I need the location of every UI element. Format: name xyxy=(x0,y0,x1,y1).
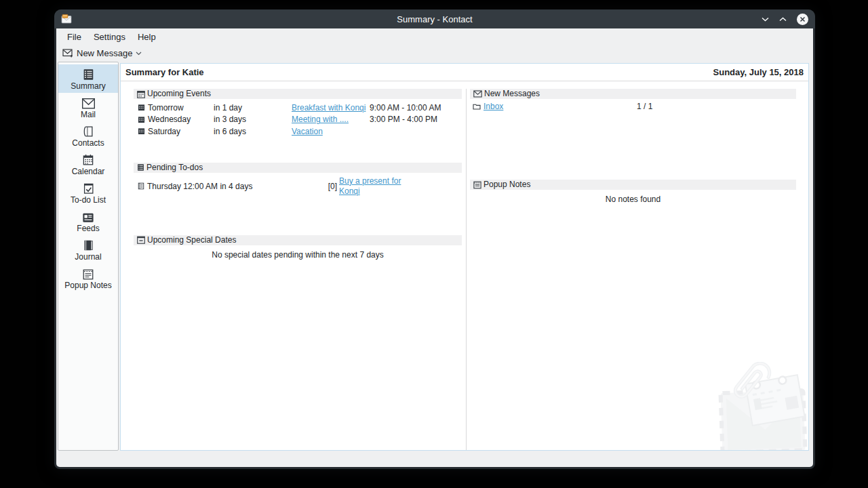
event-row: Saturday in 6 days Vacation xyxy=(134,125,462,138)
todo-due-text: Thursday 12:00 AM in 4 days xyxy=(147,182,252,191)
sidebar-item-popup-notes[interactable]: Popup Notes xyxy=(58,264,118,292)
todo-icon xyxy=(82,181,95,195)
toolbar: New Message xyxy=(56,45,813,62)
event-row: Wednesday in 3 days Meeting with .... 3:… xyxy=(134,114,462,126)
pending-todos-header: Pending To-dos xyxy=(134,163,462,173)
chevron-down-icon xyxy=(136,52,142,56)
menu-settings[interactable]: Settings xyxy=(87,28,132,45)
event-link[interactable]: Meeting with .... xyxy=(292,115,370,124)
new-messages-header: New Messages xyxy=(470,89,796,99)
sidebar-item-feeds[interactable]: Feeds xyxy=(58,207,118,235)
kontact-app-icon xyxy=(61,14,72,24)
event-relative: in 1 day xyxy=(214,103,292,113)
new-message-button[interactable]: New Message xyxy=(62,48,142,58)
summary-panel: Summary for Katie Sunday, July 15, 2018 xyxy=(120,63,809,451)
special-dates-title: Upcoming Special Dates xyxy=(147,235,236,245)
mail-icon xyxy=(81,96,96,110)
sidebar-item-contacts[interactable]: Contacts xyxy=(58,121,118,150)
sidebar-label-mail: Mail xyxy=(81,110,96,119)
chevron-down-icon xyxy=(762,17,769,22)
sidebar-item-todo-list[interactable]: To-do List xyxy=(58,178,118,207)
titlebar[interactable]: Summary - Kontact xyxy=(54,9,815,28)
note-icon xyxy=(473,181,481,189)
sidebar-label-journal: Journal xyxy=(75,253,101,262)
calendar-icon xyxy=(81,152,95,167)
column-divider xyxy=(466,89,467,450)
popup-notes-title: Popup Notes xyxy=(484,180,530,190)
sidebar-item-journal[interactable]: Journal xyxy=(58,235,118,264)
message-folder-row: Inbox 1 / 1 xyxy=(470,102,796,111)
popup-notes-empty-message: No notes found xyxy=(470,195,796,204)
new-message-label: New Message xyxy=(77,48,132,58)
summary-icon xyxy=(81,67,95,81)
event-link[interactable]: Vacation xyxy=(292,127,370,136)
event-time: 3:00 PM - 4:00 PM xyxy=(370,115,462,124)
pending-todos-title: Pending To-dos xyxy=(146,163,203,173)
summary-title: Summary for Katie xyxy=(125,67,204,77)
mail-compose-icon xyxy=(62,49,73,58)
envelope-icon xyxy=(473,90,482,98)
inbox-link[interactable]: Inbox xyxy=(484,102,503,111)
todo-priority: [0] xyxy=(326,182,337,191)
event-date: Saturday xyxy=(148,127,180,136)
sidebar-label-todo-list: To-do List xyxy=(71,196,106,205)
notes-icon xyxy=(81,266,95,281)
upcoming-events-header: Upcoming Events xyxy=(134,89,462,99)
sidebar-item-mail[interactable]: Mail xyxy=(58,93,118,121)
contacts-icon xyxy=(81,124,95,138)
todo-list-icon xyxy=(137,163,144,171)
event-time: 9:00 AM - 10:00 AM xyxy=(370,103,462,113)
special-dates-empty-message: No special dates pending within the next… xyxy=(134,250,462,260)
sidebar-label-calendar: Calendar xyxy=(72,167,105,176)
message-count: 1 / 1 xyxy=(633,102,796,111)
event-relative: in 6 days xyxy=(214,127,292,136)
calendar-icon xyxy=(138,127,145,135)
minimize-button[interactable] xyxy=(762,17,769,22)
sidebar-label-summary: Summary xyxy=(71,82,105,91)
new-messages-title: New Messages xyxy=(484,89,540,99)
folder-icon xyxy=(473,103,481,110)
menu-file[interactable]: File xyxy=(61,28,87,45)
close-icon xyxy=(800,16,806,22)
summary-panel-header: Summary for Katie Sunday, July 15, 2018 xyxy=(121,64,808,81)
todo-row: Thursday 12:00 AM in 4 days [0] Buy a pr… xyxy=(134,176,462,197)
summary-left-column: Upcoming Events Tomorrow in 1 day Brea xyxy=(134,89,462,450)
close-button[interactable] xyxy=(797,14,808,25)
sidebar-item-calendar[interactable]: Calendar xyxy=(58,150,118,178)
menubar: File Settings Help xyxy=(56,28,813,45)
menu-help[interactable]: Help xyxy=(132,28,162,45)
calendar-minus-icon xyxy=(137,236,145,244)
summary-right-column: New Messages Inbox 1 / 1 xyxy=(470,89,796,450)
event-date: Tomorrow xyxy=(148,103,184,113)
sidebar: Summary Mail xyxy=(58,62,119,451)
chevron-up-icon xyxy=(779,17,787,22)
window-title: Summary - Kontact xyxy=(54,14,815,24)
sidebar-label-contacts: Contacts xyxy=(72,139,104,148)
calendar-icon xyxy=(138,116,145,123)
desktop-background: Summary - Kontact File Settings Help xyxy=(0,0,868,488)
maximize-button[interactable] xyxy=(779,17,787,22)
sidebar-item-summary[interactable]: Summary xyxy=(58,64,118,93)
sidebar-label-feeds: Feeds xyxy=(77,224,99,233)
special-dates-header: Upcoming Special Dates xyxy=(134,235,462,245)
event-link[interactable]: Breakfast with Konqi xyxy=(292,103,370,113)
calendar-icon xyxy=(137,90,145,98)
journal-icon xyxy=(81,238,95,252)
popup-notes-header: Popup Notes xyxy=(470,180,796,190)
event-row: Tomorrow in 1 day Breakfast with Konqi 9… xyxy=(134,102,462,114)
kontact-window: Summary - Kontact File Settings Help xyxy=(54,9,815,469)
upcoming-events-title: Upcoming Events xyxy=(147,89,211,99)
summary-date: Sunday, July 15, 2018 xyxy=(713,67,804,77)
calendar-icon xyxy=(138,104,145,111)
sidebar-label-popup-notes: Popup Notes xyxy=(64,281,111,290)
feeds-icon xyxy=(81,209,95,224)
todo-link[interactable]: Buy a present for Konqi xyxy=(339,176,405,197)
event-relative: in 3 days xyxy=(214,115,292,124)
event-date: Wednesday xyxy=(148,115,191,124)
journal-icon xyxy=(138,182,144,190)
upcoming-events-table: Tomorrow in 1 day Breakfast with Konqi 9… xyxy=(134,102,462,138)
